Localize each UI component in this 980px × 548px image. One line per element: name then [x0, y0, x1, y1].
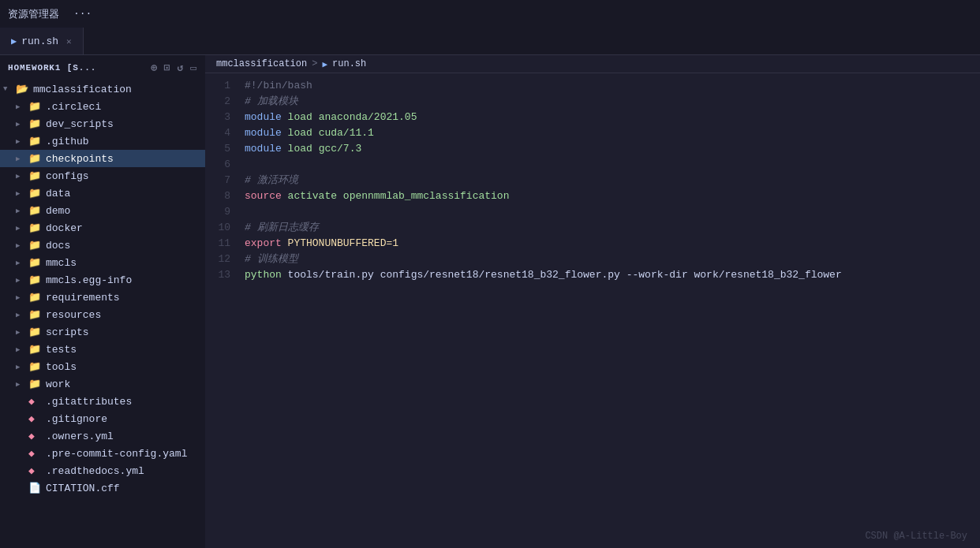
sidebar-item--gitattributes[interactable]: ◆.gitattributes [0, 393, 205, 410]
code-line-1: 1#!/bin/bash [205, 78, 980, 94]
token: PYTHONUNBUFFERED=1 [288, 237, 398, 249]
token: export [245, 237, 288, 249]
tree-icon-folder-blue: 📁 [28, 360, 43, 373]
tree-arrow: ▶ [16, 207, 28, 215]
new-folder-icon[interactable]: ⊡ [164, 62, 171, 74]
sidebar-item-demo[interactable]: ▶📁demo [0, 202, 205, 219]
tree-icon-folder-blue: 📁 [28, 343, 43, 356]
sidebar-header: HOMEWORK1 [S... ⊕ ⊡ ↺ ▭ [0, 55, 205, 80]
title-dots-label[interactable]: ··· [73, 8, 92, 20]
tree-icon-folder-blue: 📁 [28, 187, 43, 199]
tree-label: tools [46, 361, 77, 373]
sidebar-item-scripts[interactable]: ▶📁scripts [0, 323, 205, 341]
sidebar-item-tools[interactable]: ▶📁tools [0, 358, 205, 375]
tree-label: configs [46, 170, 89, 182]
tree-arrow: ▼ [3, 85, 16, 93]
tree-arrow: ▶ [16, 293, 28, 302]
sidebar-item--readthedocs-yml[interactable]: ◆.readthedocs.yml [0, 462, 205, 479]
sidebar-item-CITATION-cff[interactable]: 📄CITATION.cff [0, 479, 205, 497]
token: module [245, 127, 288, 139]
tab-bar: ▶ run.sh ✕ [0, 28, 980, 55]
tree-label: tests [46, 344, 77, 356]
tree-icon-folder: 📁 [28, 274, 43, 286]
tree-arrow: ▶ [16, 328, 28, 337]
line-number: 13 [205, 267, 245, 283]
sidebar-item--owners-yml[interactable]: ◆.owners.yml [0, 427, 205, 445]
sidebar-item-mmcls-egg-info[interactable]: ▶📁mmcls.egg-info [0, 271, 205, 289]
sidebar-item-docs[interactable]: ▶📁docs [0, 237, 205, 254]
sidebar-item-mmcls[interactable]: ▶📁mmcls [0, 254, 205, 271]
token: gcc/7.3 [319, 143, 362, 155]
tree-arrow: ▶ [16, 137, 28, 146]
token: python [245, 269, 288, 281]
sidebar-item-checkpoints[interactable]: ▶📁checkpoints [0, 150, 205, 167]
tree-arrow: ▶ [16, 241, 28, 250]
tree-label: scripts [46, 326, 89, 338]
tree-label: CITATION.cff [46, 483, 120, 494]
line-number: 11 [205, 236, 245, 252]
sidebar-item--circleci[interactable]: ▶📁.circleci [0, 98, 205, 115]
token: tools/train.py configs/resnet18/resnet18… [288, 269, 842, 281]
code-line-13: 13python tools/train.py configs/resnet18… [205, 267, 980, 283]
tree-label: .circleci [46, 101, 101, 113]
sidebar-item-data[interactable]: ▶📁data [0, 185, 205, 202]
sidebar-root-label: HOMEWORK1 [S... [8, 63, 96, 73]
tree-icon-folder: 📁 [28, 291, 43, 304]
sidebar-item-work[interactable]: ▶📁work [0, 375, 205, 393]
sidebar-item-tests[interactable]: ▶📁tests [0, 341, 205, 358]
code-line-9: 9 [205, 204, 980, 220]
token: # 激活环境 [245, 174, 298, 186]
sidebar-item--github[interactable]: ▶📁.github [0, 132, 205, 150]
tree-icon-folder: 📁 [28, 256, 43, 269]
token: # 刷新日志缓存 [245, 222, 319, 233]
sidebar: HOMEWORK1 [S... ⊕ ⊡ ↺ ▭ ▼📂mmclassificati… [0, 55, 205, 548]
token: source [245, 190, 288, 202]
sidebar-item-requirements[interactable]: ▶📁requirements [0, 289, 205, 306]
tree-icon-folder-blue: 📁 [28, 152, 43, 165]
sidebar-item-resources[interactable]: ▶📁resources [0, 306, 205, 323]
tree-label: .gitattributes [46, 396, 132, 408]
collapse-icon[interactable]: ▭ [190, 62, 197, 74]
new-file-icon[interactable]: ⊕ [151, 62, 158, 74]
line-number: 3 [205, 110, 245, 125]
tree-arrow: ▶ [16, 345, 28, 354]
sidebar-item-mmclassification[interactable]: ▼📂mmclassification [0, 80, 205, 98]
line-number: 9 [205, 204, 245, 220]
tree-arrow: ▶ [16, 311, 28, 319]
tree-label: docker [46, 222, 83, 234]
code-line-12: 12# 训练模型 [205, 252, 980, 267]
tree-label: dev_scripts [46, 118, 114, 130]
code-line-6: 6 [205, 157, 980, 173]
token: module [245, 143, 288, 155]
sidebar-item-configs[interactable]: ▶📁configs [0, 167, 205, 185]
token: load [288, 143, 319, 155]
tab-filename: run.sh [21, 35, 58, 47]
tree-label: data [46, 188, 70, 199]
tree-icon-folder: 📁 [28, 100, 43, 113]
line-number: 1 [205, 78, 245, 94]
line-content: # 训练模型 [245, 252, 298, 267]
breadcrumb-sep: > [312, 58, 317, 69]
breadcrumb: mmclassification > ▶ run.sh [205, 55, 980, 73]
token: activate [288, 190, 343, 202]
tab-run-sh[interactable]: ▶ run.sh ✕ [0, 28, 84, 54]
code-line-3: 3module load anaconda/2021.05 [205, 110, 980, 125]
title-bar-left: 资源管理器 ··· [8, 7, 92, 21]
tree-icon-folder-blue: 📁 [28, 222, 43, 234]
breadcrumb-file-icon: ▶ [322, 59, 327, 69]
line-content: source activate opennmmlab_mmclassificat… [245, 188, 509, 204]
editor-content[interactable]: 1#!/bin/bash2# 加载模块3module load anaconda… [205, 73, 980, 548]
tree-icon-folder-blue: 📁 [28, 204, 43, 217]
tree-label: checkpoints [46, 153, 114, 165]
token: cuda/11.1 [319, 127, 374, 139]
tree-icon-folder: 📁 [28, 308, 43, 321]
token: # 训练模型 [245, 253, 298, 265]
sidebar-item-docker[interactable]: ▶📁docker [0, 219, 205, 237]
sidebar-item-dev_scripts[interactable]: ▶📁dev_scripts [0, 115, 205, 132]
tab-close-button[interactable]: ✕ [66, 36, 72, 47]
tree-icon-folder: 📁 [28, 117, 43, 130]
sidebar-item--gitignore[interactable]: ◆.gitignore [0, 410, 205, 427]
sidebar-item--pre-commit-config-yaml[interactable]: ◆.pre-commit-config.yaml [0, 445, 205, 462]
refresh-icon[interactable]: ↺ [178, 62, 185, 74]
code-line-11: 11export PYTHONUNBUFFERED=1 [205, 236, 980, 252]
